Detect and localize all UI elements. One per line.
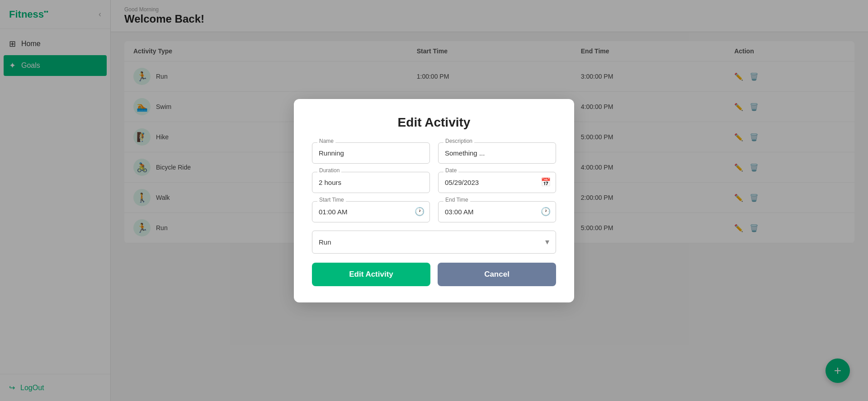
duration-input[interactable] — [312, 172, 430, 193]
edit-activity-modal: Edit Activity Name Description Duration … — [294, 99, 574, 302]
cancel-button[interactable]: Cancel — [438, 263, 556, 286]
name-field-group: Name — [312, 142, 430, 164]
form-row-duration-date: Duration Date 📅 — [312, 172, 556, 193]
clock-icon-end: 🕐 — [541, 207, 551, 217]
duration-field-group: Duration — [312, 172, 430, 193]
modal-buttons: Edit Activity Cancel — [312, 263, 556, 286]
date-label: Date — [443, 167, 458, 174]
description-label: Description — [443, 138, 474, 144]
modal-overlay: Edit Activity Name Description Duration … — [0, 0, 868, 401]
start-time-field-group: Start Time 🕐 — [312, 201, 430, 222]
form-row-times: Start Time 🕐 End Time 🕐 — [312, 201, 556, 222]
start-time-label: Start Time — [317, 197, 346, 203]
modal-title: Edit Activity — [312, 115, 556, 130]
date-field-group: Date 📅 — [438, 172, 556, 193]
activity-type-select-wrapper: RunSwimHikeBicycle RideWalk ▾ — [312, 231, 556, 254]
end-time-input[interactable] — [438, 201, 556, 222]
start-time-input[interactable] — [312, 201, 430, 222]
name-input[interactable] — [312, 142, 430, 164]
description-input[interactable] — [438, 142, 556, 164]
name-label: Name — [317, 138, 335, 144]
description-field-group: Description — [438, 142, 556, 164]
end-time-label: End Time — [443, 197, 470, 203]
clock-icon-start: 🕐 — [415, 207, 425, 217]
activity-type-select[interactable]: RunSwimHikeBicycle RideWalk — [312, 231, 556, 253]
date-input[interactable] — [438, 172, 556, 193]
end-time-field-group: End Time 🕐 — [438, 201, 556, 222]
form-row-name-desc: Name Description — [312, 142, 556, 164]
duration-label: Duration — [317, 167, 341, 174]
calendar-icon: 📅 — [541, 177, 551, 187]
edit-activity-button[interactable]: Edit Activity — [312, 263, 430, 286]
